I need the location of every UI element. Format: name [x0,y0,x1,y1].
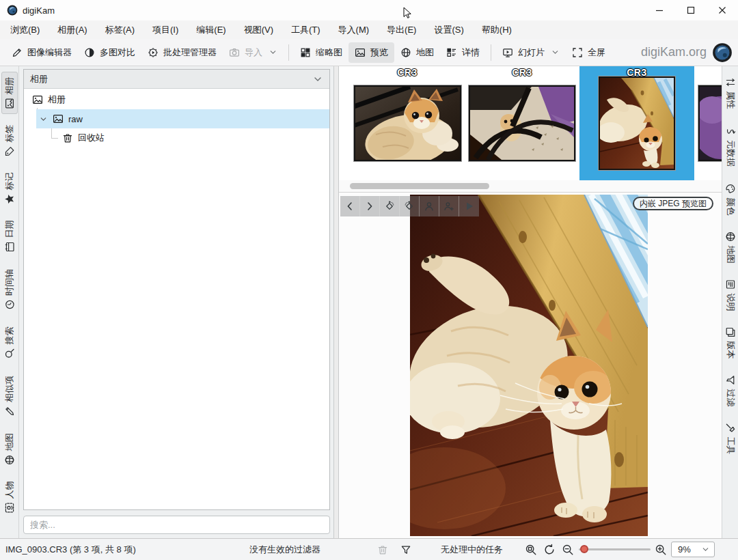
thumbnail-item-selected[interactable]: CR3 [579,66,694,180]
zoom-slider[interactable] [579,539,651,560]
import-button[interactable]: 导入 [223,42,284,63]
thumbnail-item[interactable]: CR3 [350,66,465,180]
sidebar-tab-map[interactable]: 地图 [1,428,18,471]
slideshow-play-button[interactable] [459,196,479,216]
sidebar-tab-properties[interactable]: 属性 [722,72,738,114]
sidebar-tab-metadata[interactable]: 元数据 [722,120,738,173]
zoom-slider-track[interactable] [579,548,651,550]
menu-tools[interactable]: 工具(T) [282,21,329,39]
preview-photo[interactable] [410,195,648,536]
menu-browse[interactable]: 浏览(B) [1,21,49,39]
sidebar-tab-albums[interactable]: 相册 [1,72,18,114]
minimize-button[interactable] [644,0,675,20]
sidebar-tab-people[interactable]: 人物 [1,476,18,518]
image-editor-button[interactable]: 图像编辑器 [5,42,78,63]
zoom-fit-button[interactable] [525,539,537,560]
sidebar-tab-versions[interactable]: 版本 [722,322,738,364]
details-view-button[interactable]: 详情 [440,42,486,63]
slideshow-button[interactable]: 幻灯片 [496,42,566,63]
sidebar-tab-search[interactable]: 搜索 [1,322,18,364]
pencil-icon [12,47,23,58]
sidebar-tab-filters[interactable]: 过滤 [722,369,738,412]
zoom-refresh-button[interactable] [543,539,556,560]
tree-item-label: 相册 [48,94,66,106]
sidebar-tab-tags[interactable]: 标签 [1,120,18,162]
thumbbar-scrollbar[interactable] [339,180,722,193]
play-icon [464,201,475,212]
preview-pane[interactable]: 内嵌 JPEG 预览图 [339,193,722,538]
batch-queue-label: 批处理管理器 [163,46,217,59]
tab-label: 相似项 [3,376,16,402]
format-badge: CR3 [627,67,647,78]
menu-album[interactable]: 相册(A) [49,21,96,39]
map-view-button[interactable]: 地图 [394,42,440,63]
tree-item-albums-root[interactable]: 相册 [24,90,329,109]
sidebar-tab-labels[interactable]: 标记 [1,167,18,210]
chevron-right-icon [364,201,375,212]
thumbnail-item[interactable]: CR3 [694,66,722,180]
show-face-tags-button[interactable] [420,196,439,216]
rotate-left-button[interactable] [380,196,400,216]
menu-tag[interactable]: 标签(A) [96,21,144,39]
filter-status-button[interactable] [400,539,411,560]
sidebar-tab-captions[interactable]: 说明 [722,274,738,316]
trash-status-button[interactable] [377,539,388,560]
chevron-left-icon [344,201,355,212]
status-bar: IMG_0903.CR3 (第 3 项, 共 8 项) 没有生效的过滤器 无处理… [0,538,738,560]
zoom-in-button[interactable] [655,539,667,560]
zoom-slider-knob[interactable] [580,545,588,553]
tree-item-label: 回收站 [78,132,105,144]
light-table-button[interactable]: 多图对比 [78,42,141,63]
slideshow-label: 幻灯片 [518,46,545,59]
sidebar-tab-similarity[interactable]: 相似项 [1,369,18,423]
scrollbar-thumb[interactable] [350,183,489,189]
add-face-tag-button[interactable] [439,196,459,216]
menu-item[interactable]: 项目(I) [144,21,187,39]
preview-view-button[interactable]: 预览 [348,42,394,63]
zoom-in-icon [655,544,667,556]
batch-queue-button[interactable]: 批处理管理器 [141,42,223,63]
album-search-input[interactable] [23,516,330,534]
left-sidebar-tabs: 相册 标签 标记 日期 时间轴 搜索 相似项 地图 人物 [0,66,19,538]
sidebar-tab-dates[interactable]: 日期 [1,215,18,257]
preview-image-icon [355,47,366,58]
expand-chevron-icon[interactable] [39,115,48,124]
globe-icon [400,47,411,58]
album-tree: 相册 raw 回收站 [24,89,329,509]
next-image-button[interactable] [360,196,380,216]
tab-label: 工具 [724,437,737,455]
previous-image-button[interactable] [340,196,360,216]
zoom-out-button[interactable] [562,539,574,560]
zoom-level-combo[interactable]: 9% [671,539,715,560]
tab-label: 地图 [3,434,16,451]
tree-item-raw[interactable]: raw [36,109,329,128]
rotate-right-button[interactable] [400,196,420,216]
menu-help[interactable]: 帮助(H) [473,21,521,39]
menu-edit[interactable]: 编辑(E) [187,21,234,39]
tab-label: 版本 [724,341,737,359]
close-button[interactable] [707,0,738,20]
menu-export[interactable]: 导出(E) [378,21,425,39]
albums-panel-header[interactable]: 相册 [24,70,329,89]
sidebar-tab-timeline[interactable]: 时间轴 [1,263,18,316]
view-area: CR3 [339,66,722,538]
thumbnails-view-button[interactable]: 缩略图 [294,42,348,63]
zoom-value: 9% [678,544,691,555]
grid-icon [300,47,311,58]
brand-label: digiKam.org [641,45,707,59]
preview-overlay-toolbar [340,196,479,216]
collapse-chevron-icon[interactable] [312,74,323,85]
sidebar-tab-colors[interactable]: 颜色 [722,178,738,221]
menu-view[interactable]: 视图(V) [235,21,282,39]
fullscreen-label: 全屏 [588,46,605,59]
menu-settings[interactable]: 设置(S) [425,21,472,39]
sidebar-tab-tools[interactable]: 工具 [722,417,738,460]
tree-item-trash[interactable]: 回收站 [24,128,329,148]
maximize-button[interactable] [675,0,707,20]
thumbnails-label: 缩略图 [316,46,342,59]
fullscreen-button[interactable]: 全屏 [566,42,612,63]
panel-splitter[interactable] [333,66,339,538]
menu-import[interactable]: 导入(M) [329,21,379,39]
thumbnail-item[interactable]: CR3 [465,66,579,180]
sidebar-tab-map[interactable]: 地图 [722,226,738,268]
